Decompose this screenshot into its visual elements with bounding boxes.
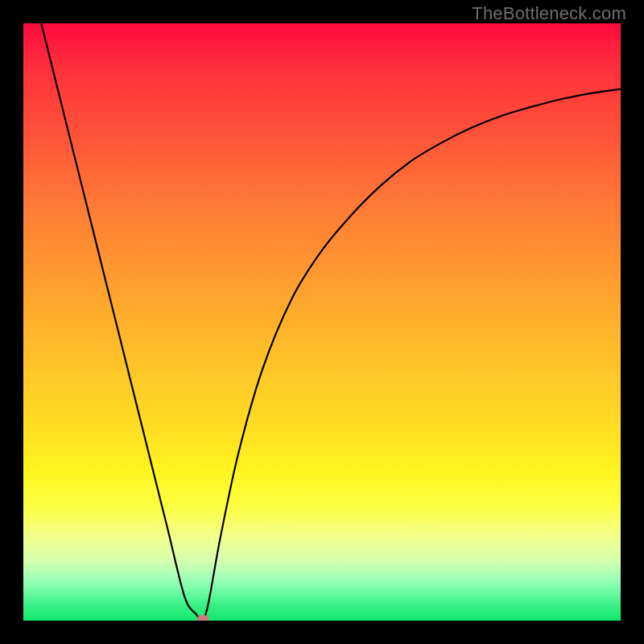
chart-stage: TheBottleneck.com	[0, 0, 644, 644]
plot-area	[23, 23, 621, 621]
bottleneck-curve	[41, 23, 621, 621]
minimum-marker	[196, 615, 208, 621]
watermark-text: TheBottleneck.com	[472, 3, 626, 24]
curve-svg	[23, 23, 621, 621]
